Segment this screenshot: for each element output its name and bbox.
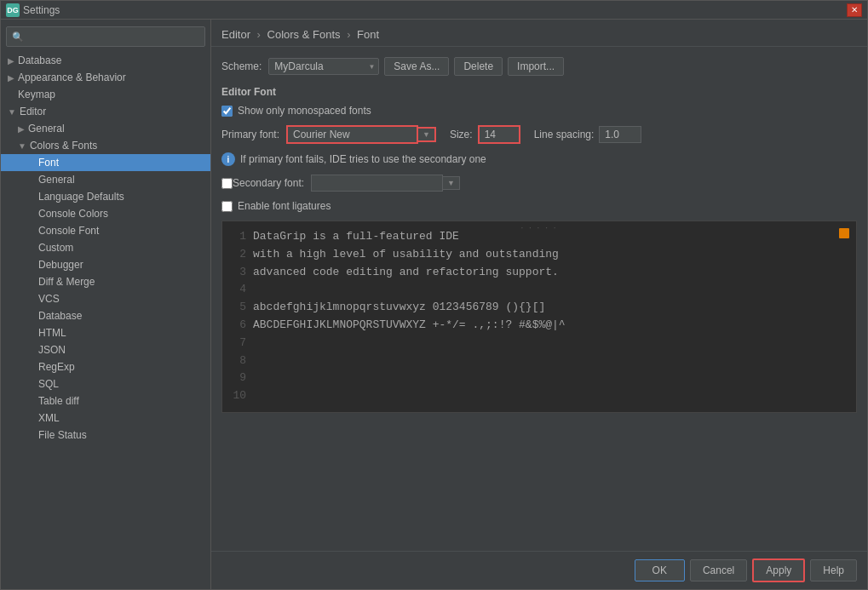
bottom-bar: OK Cancel Apply Help xyxy=(211,551,867,589)
secondary-font-row: Secondary font: ▼ xyxy=(221,175,857,192)
sidebar-item-file-status[interactable]: ▶ File Status xyxy=(1,427,210,444)
secondary-font-label: Secondary font: xyxy=(233,177,304,189)
title-bar: DG Settings ✕ xyxy=(1,1,867,20)
sidebar-item-label: Appearance & Behavior xyxy=(18,72,126,83)
search-icon: 🔍 xyxy=(12,32,24,43)
sidebar-item-label: Table diff xyxy=(38,395,79,407)
line-number: 3 xyxy=(222,264,246,282)
search-input[interactable] xyxy=(27,31,199,43)
line-spacing-input[interactable] xyxy=(599,126,641,143)
breadcrumb-part1: Editor xyxy=(221,28,250,41)
sidebar-item-label: General xyxy=(28,123,65,135)
sidebar-item-table-diff[interactable]: ▶ Table diff xyxy=(1,392,210,410)
sidebar-item-custom[interactable]: ▶ Custom xyxy=(1,239,210,256)
apply-button[interactable]: Apply xyxy=(752,558,805,582)
sidebar-item-label: RegExp xyxy=(38,361,75,373)
cancel-button[interactable]: Cancel xyxy=(690,559,747,581)
preview-line-5: 5 abcdefghijklmnopqrstuvwxyz 0123456789 … xyxy=(222,299,849,317)
sidebar-item-console-font[interactable]: ▶ Console Font xyxy=(1,222,210,239)
ok-button[interactable]: OK xyxy=(635,559,685,581)
sidebar-item-console-colors[interactable]: ▶ Console Colors xyxy=(1,205,210,222)
close-button[interactable]: ✕ xyxy=(847,3,862,17)
sidebar-item-label: Keymap xyxy=(18,89,55,100)
sidebar-item-label: JSON xyxy=(38,344,66,356)
sidebar-item-general[interactable]: ▶ General xyxy=(1,120,210,137)
sidebar-item-language-defaults[interactable]: ▶ Language Defaults xyxy=(1,188,210,205)
sidebar-item-colors-fonts[interactable]: ▼ Colors & Fonts xyxy=(1,137,210,154)
line-content: advanced code editing and refactoring su… xyxy=(253,264,559,282)
primary-font-input[interactable] xyxy=(286,125,418,144)
sidebar-item-editor[interactable]: ▼ Editor xyxy=(1,103,210,120)
search-box[interactable]: 🔍 xyxy=(6,26,205,47)
arrow-icon: ▶ xyxy=(18,124,25,134)
monospaced-checkbox[interactable] xyxy=(221,106,233,117)
sidebar-item-debugger[interactable]: ▶ Debugger xyxy=(1,256,210,273)
right-panel: Editor › Colors & Fonts › Font Scheme: M… xyxy=(211,20,867,589)
sidebar-item-database2[interactable]: ▶ Database xyxy=(1,307,210,324)
secondary-font-dropdown-button[interactable]: ▼ xyxy=(443,176,460,190)
primary-font-input-wrapper: ▼ xyxy=(286,125,436,144)
line-content: with a high level of usability and outst… xyxy=(253,246,559,264)
drag-handle: · · · · · xyxy=(520,223,557,232)
line-content: abcdefghijklmnopqrstuvwxyz 0123456789 ()… xyxy=(253,299,545,317)
scheme-select[interactable]: MyDarcula Default Darcula xyxy=(268,58,379,75)
window-title: Settings xyxy=(23,4,60,16)
line-number: 4 xyxy=(222,281,246,299)
preview-line-9: 9 xyxy=(222,369,849,387)
primary-font-row: Primary font: ▼ Size: Line spacing: xyxy=(221,125,857,144)
sidebar-item-label: Colors & Fonts xyxy=(30,140,97,152)
sidebar-item-xml[interactable]: ▶ XML xyxy=(1,410,210,427)
sidebar-item-label: Debugger xyxy=(38,259,83,271)
sidebar-item-vcs[interactable]: ▶ VCS xyxy=(1,290,210,307)
sidebar-item-label: Font xyxy=(38,157,59,169)
sidebar-item-label: SQL xyxy=(38,378,59,390)
monospaced-checkbox-row: Show only monospaced fonts xyxy=(221,105,857,117)
ligatures-checkbox-row: Enable font ligatures xyxy=(221,200,857,212)
secondary-font-input[interactable] xyxy=(311,175,443,192)
size-input[interactable] xyxy=(478,125,520,144)
save-as-button[interactable]: Save As... xyxy=(384,57,449,76)
breadcrumb-sep2: › xyxy=(347,28,354,41)
delete-button[interactable]: Delete xyxy=(454,57,503,76)
scheme-select-wrapper: MyDarcula Default Darcula xyxy=(268,58,379,75)
content-area: Scheme: MyDarcula Default Darcula Save A… xyxy=(211,47,867,551)
info-icon: i xyxy=(221,152,235,166)
line-content: DataGrip is a full-featured IDE xyxy=(253,228,459,246)
sidebar-item-label: Console Colors xyxy=(38,208,108,220)
sidebar-item-diff-merge[interactable]: ▶ Diff & Merge xyxy=(1,273,210,290)
sidebar-item-font[interactable]: ▶ Font xyxy=(1,154,210,171)
sidebar-item-label: Diff & Merge xyxy=(38,276,95,288)
sidebar-item-label: VCS xyxy=(38,293,60,305)
line-number: 5 xyxy=(222,299,246,317)
sidebar-item-keymap[interactable]: ▶ Keymap xyxy=(1,86,210,103)
sidebar-item-json[interactable]: ▶ JSON xyxy=(1,341,210,358)
sidebar-item-label: Editor xyxy=(20,106,46,117)
line-number: 10 xyxy=(222,387,246,405)
primary-font-dropdown-button[interactable]: ▼ xyxy=(418,127,436,142)
arrow-icon: ▶ xyxy=(8,73,14,83)
sidebar-item-regexp[interactable]: ▶ RegExp xyxy=(1,358,210,375)
secondary-font-checkbox[interactable] xyxy=(221,178,233,189)
help-button[interactable]: Help xyxy=(810,559,857,581)
sidebar-item-general2[interactable]: ▶ General xyxy=(1,171,210,188)
arrow-icon: ▼ xyxy=(8,107,16,117)
sidebar-item-label: XML xyxy=(38,412,60,424)
ligatures-checkbox[interactable] xyxy=(221,201,233,212)
ligatures-label: Enable font ligatures xyxy=(238,200,331,212)
sidebar-item-sql[interactable]: ▶ SQL xyxy=(1,375,210,392)
section-title: Editor Font xyxy=(221,86,857,98)
scheme-label: Scheme: xyxy=(221,60,262,72)
breadcrumb-part3: Font xyxy=(357,28,379,41)
line-number: 8 xyxy=(222,352,246,370)
arrow-icon: ▶ xyxy=(8,56,14,66)
sidebar-item-label: Console Font xyxy=(38,225,99,237)
sidebar-item-appearance-behavior[interactable]: ▶ Appearance & Behavior xyxy=(1,69,210,86)
arrow-icon: ▼ xyxy=(18,141,26,151)
line-spacing-label: Line spacing: xyxy=(534,129,595,140)
sidebar-item-html[interactable]: ▶ HTML xyxy=(1,324,210,341)
line-number: 7 xyxy=(222,335,246,352)
preview-indicator xyxy=(839,228,849,238)
import-button[interactable]: Import... xyxy=(508,57,564,76)
sidebar-item-database[interactable]: ▶ Database xyxy=(1,52,210,69)
breadcrumb-sep1: › xyxy=(257,28,264,41)
